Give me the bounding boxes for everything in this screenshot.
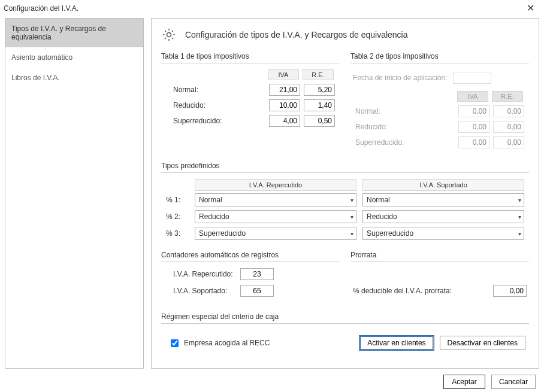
section-table1: Tabla 1 de tipos impositivos xyxy=(161,48,340,63)
recc-checkbox-label: Empresa acogida al RECC xyxy=(184,339,270,347)
predef-r2-repercutido[interactable]: Reducido▾ xyxy=(195,210,356,223)
predef-r2-soportado[interactable]: Reducido▾ xyxy=(362,210,524,223)
activar-clientes-button[interactable]: Activar en clientes xyxy=(359,336,433,350)
counter-repercutido-label: I.V.A. Repercutido: xyxy=(173,270,237,278)
desactivar-clientes-button[interactable]: Desactivar en clientes xyxy=(440,336,525,350)
sidebar-item-libros[interactable]: Libros de I.V.A. xyxy=(5,68,143,88)
combo-value: Superreducido xyxy=(367,229,413,238)
close-icon[interactable]: ✕ xyxy=(523,2,538,14)
combo-value: Normal xyxy=(199,196,222,204)
combo-value: Superreducido xyxy=(199,229,246,238)
sidebar-item-asiento[interactable]: Asiento automático xyxy=(5,47,143,68)
combo-value: Reducido xyxy=(199,212,229,221)
section-predef: Tipos predefinidos xyxy=(161,158,529,173)
table2-superreducido-re[interactable] xyxy=(493,136,524,148)
table2-reducido-re[interactable] xyxy=(493,121,524,133)
counter-soportado-value[interactable] xyxy=(240,285,274,297)
window-title: Configuración del I.V.A. xyxy=(4,4,78,13)
chevron-down-icon: ▾ xyxy=(518,197,521,203)
table2-reducido-label: Reducido: xyxy=(355,123,455,131)
table2-normal-re[interactable] xyxy=(493,105,524,117)
cancel-button[interactable]: Cancelar xyxy=(491,375,536,389)
table2-normal-iva[interactable] xyxy=(458,105,489,117)
table1-normal-re[interactable] xyxy=(304,84,335,96)
section-counters: Contadores automáticos de registros xyxy=(161,247,340,262)
predef-r1-label: % 1: xyxy=(166,196,195,204)
recc-checkbox[interactable] xyxy=(171,339,179,347)
counter-repercutido-value[interactable] xyxy=(240,268,274,280)
prorrata-value[interactable] xyxy=(493,285,527,297)
predef-r1-repercutido[interactable]: Normal▾ xyxy=(195,193,356,206)
section-recc: Régimen especial del criterio de caja xyxy=(161,309,529,324)
ok-button[interactable]: Aceptar xyxy=(443,375,485,389)
table1-reducido-label: Reducido: xyxy=(173,101,265,110)
predef-head-repercutido: I.V.A. Repercutido xyxy=(195,179,356,191)
table2-startdate-label: Fecha de inicio de aplicación: xyxy=(353,74,447,82)
svg-point-0 xyxy=(167,33,171,37)
table1-head-re: R.E. xyxy=(303,69,334,80)
table1-head-iva: IVA xyxy=(268,69,299,80)
table2-superreducido-iva[interactable] xyxy=(458,136,489,148)
main-panel: Configuración de tipos de I.V.A. y Recar… xyxy=(151,18,539,369)
table2-head-re: R.E. xyxy=(492,91,523,102)
predef-r1-soportado[interactable]: Normal▾ xyxy=(362,193,524,206)
predef-head-soportado: I.V.A. Soportado xyxy=(362,179,524,191)
table2-head-iva: IVA xyxy=(457,91,488,102)
table1-superreducido-iva[interactable] xyxy=(269,115,300,127)
table1-normal-label: Normal: xyxy=(173,86,265,94)
table2-reducido-iva[interactable] xyxy=(458,121,489,133)
table1-normal-iva[interactable] xyxy=(269,84,300,96)
predef-r2-label: % 2: xyxy=(166,212,195,221)
combo-value: Reducido xyxy=(367,212,397,221)
table1-reducido-re[interactable] xyxy=(304,99,335,111)
page-title: Configuración de tipos de I.V.A. y Recar… xyxy=(185,30,408,39)
table1-reducido-iva[interactable] xyxy=(269,99,300,111)
chevron-down-icon: ▾ xyxy=(518,230,521,237)
predef-r3-label: % 3: xyxy=(166,229,195,238)
sidebar-item-tipos[interactable]: Tipos de I.V.A. y Recargos de equivalenc… xyxy=(5,19,143,47)
chevron-down-icon: ▾ xyxy=(350,230,353,237)
chevron-down-icon: ▾ xyxy=(350,197,353,203)
gear-icon xyxy=(161,27,177,42)
predef-r3-soportado[interactable]: Superreducido▾ xyxy=(362,227,524,240)
counter-soportado-label: I.V.A. Soportado: xyxy=(173,287,237,295)
table2-normal-label: Normal: xyxy=(355,107,455,116)
table2-superreducido-label: Superreducido: xyxy=(355,138,455,147)
prorrata-label: % deducible del I.V.A. prorrata: xyxy=(353,287,483,295)
section-table2: Tabla 2 de tipos impositivos xyxy=(350,48,529,63)
predef-r3-repercutido[interactable]: Superreducido▾ xyxy=(195,227,356,240)
combo-value: Normal xyxy=(367,196,390,204)
table1-superreducido-re[interactable] xyxy=(304,115,335,127)
table2-startdate-input[interactable] xyxy=(453,72,491,84)
sidebar: Tipos de I.V.A. y Recargos de equivalenc… xyxy=(5,18,144,369)
table1-superreducido-label: Superreducido: xyxy=(173,117,265,125)
chevron-down-icon: ▾ xyxy=(350,214,353,220)
chevron-down-icon: ▾ xyxy=(518,214,521,220)
recc-checkbox-wrap[interactable]: Empresa acogida al RECC xyxy=(168,338,270,349)
section-prorrata: Prorrata xyxy=(350,247,529,262)
